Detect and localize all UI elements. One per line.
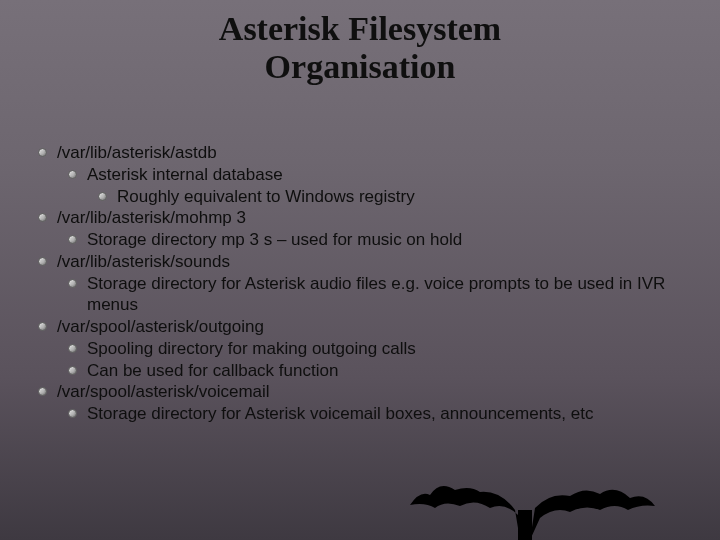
list-item: /var/lib/asterisk/sounds — [38, 251, 690, 273]
item-text: Asterisk internal database — [87, 164, 690, 186]
list-item: Spooling directory for making outgoing c… — [38, 338, 690, 360]
list-item: /var/spool/asterisk/outgoing — [38, 316, 690, 338]
list-item: Storage directory mp 3 s – used for musi… — [38, 229, 690, 251]
item-text: Roughly equivalent to Windows registry — [117, 186, 690, 208]
bullet-icon — [68, 279, 77, 288]
tree-silhouette-icon — [400, 480, 660, 540]
bullet-icon — [38, 148, 47, 157]
title-line-1: Asterisk Filesystem — [0, 10, 720, 48]
list-item: Storage directory for Asterisk voicemail… — [38, 403, 690, 425]
bullet-icon — [68, 409, 77, 418]
list-item: Asterisk internal database — [38, 164, 690, 186]
svg-rect-0 — [518, 510, 532, 540]
item-text: /var/spool/asterisk/outgoing — [57, 316, 690, 338]
bullet-icon — [98, 192, 107, 201]
list-item: /var/lib/asterisk/astdb — [38, 142, 690, 164]
item-text: Spooling directory for making outgoing c… — [87, 338, 690, 360]
bullet-icon — [68, 170, 77, 179]
title-line-2: Organisation — [0, 48, 720, 86]
item-text: /var/lib/asterisk/astdb — [57, 142, 690, 164]
bullet-icon — [68, 366, 77, 375]
bullet-icon — [38, 322, 47, 331]
item-text: Storage directory mp 3 s – used for musi… — [87, 229, 690, 251]
slide: Asterisk Filesystem Organisation /var/li… — [0, 0, 720, 540]
item-text: /var/lib/asterisk/sounds — [57, 251, 690, 273]
item-text: Can be used for callback function — [87, 360, 690, 382]
list-item: /var/lib/asterisk/mohmp 3 — [38, 207, 690, 229]
slide-title: Asterisk Filesystem Organisation — [0, 0, 720, 86]
bullet-icon — [38, 387, 47, 396]
bullet-icon — [68, 235, 77, 244]
bullet-icon — [38, 257, 47, 266]
item-text: /var/lib/asterisk/mohmp 3 — [57, 207, 690, 229]
item-text: /var/spool/asterisk/voicemail — [57, 381, 690, 403]
slide-body: /var/lib/asterisk/astdb Asterisk interna… — [38, 142, 690, 425]
bullet-icon — [38, 213, 47, 222]
bullet-icon — [68, 344, 77, 353]
list-item: Storage directory for Asterisk audio fil… — [38, 273, 690, 317]
item-text: Storage directory for Asterisk audio fil… — [87, 273, 690, 317]
item-text: Storage directory for Asterisk voicemail… — [87, 403, 690, 425]
list-item: Roughly equivalent to Windows registry — [38, 186, 690, 208]
list-item: Can be used for callback function — [38, 360, 690, 382]
list-item: /var/spool/asterisk/voicemail — [38, 381, 690, 403]
